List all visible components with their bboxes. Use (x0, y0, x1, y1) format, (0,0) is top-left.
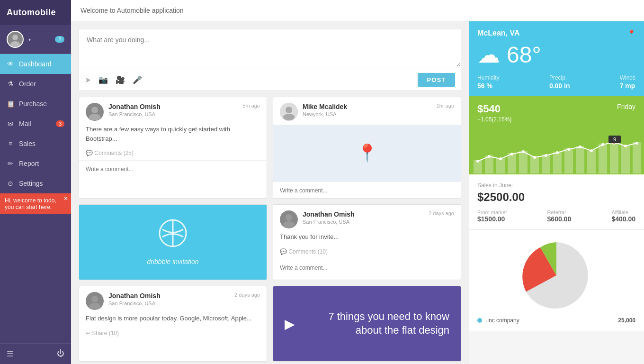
sidebar-item-order[interactable]: ⚗ Order (0, 74, 71, 94)
post-box: ➤ 📷 🎥 🎤 POST (79, 29, 461, 91)
card-body: Flat design is more popular today. Googl… (79, 314, 267, 328)
sidebar-item-sales[interactable]: ≡ Sales (0, 134, 71, 154)
tooltip-close-button[interactable]: ✕ (63, 195, 68, 202)
sales-breakdown: From market $1500.00 Referral $600.00 Af… (477, 209, 635, 223)
legend-dot (477, 318, 482, 323)
svg-point-11 (91, 296, 98, 302)
topbar: Welcome to Automobile application (71, 0, 644, 21)
svg-rect-16 (508, 153, 516, 173)
card-header: Mike Mcalidek Newyork, USA 1hr ago (273, 97, 461, 125)
svg-point-34 (545, 154, 547, 157)
cards-row-1: Jonathan Omish San Francisco, USA 5m ago… (79, 97, 461, 199)
user-row[interactable]: ▾ 2 (0, 25, 71, 54)
card-comments[interactable]: 💬 Comments (10) (273, 246, 461, 259)
svg-rect-17 (519, 151, 528, 173)
video-icon[interactable]: 🎥 (116, 75, 125, 84)
referral-value: $600.00 (547, 215, 572, 223)
svg-point-3 (89, 114, 100, 120)
weather-winds: Winds 7 mp (620, 74, 635, 90)
dribbble-label: dribbble invitation (147, 258, 199, 265)
card-body: Thank you for invite... (273, 232, 461, 246)
referral-label: Referral (547, 209, 572, 215)
card-time: 1hr ago (437, 103, 454, 109)
stock-widget: $540 +1.05(2.15%) Friday (469, 96, 644, 174)
svg-point-38 (590, 149, 593, 152)
right-panel: McLean, VA 📍 ☁ 68° Humidity 56 % Precip.… (469, 21, 644, 364)
svg-point-36 (567, 148, 570, 151)
promo-arrow-icon: ▶ (285, 316, 295, 332)
comment-input[interactable] (86, 166, 260, 173)
user-dropdown-arrow[interactable]: ▾ (28, 37, 31, 42)
svg-point-0 (12, 35, 18, 40)
affiliate-value: $400.00 (611, 215, 635, 223)
card-time: 2 days ago (429, 210, 454, 216)
card-comment-input (273, 182, 461, 198)
svg-point-39 (601, 143, 604, 146)
card-share[interactable]: ↩ Share (10) (79, 328, 267, 341)
card-time: 2 days ago (234, 292, 260, 298)
sidebar-item-report[interactable]: ✏ Report (0, 154, 71, 173)
sidebar-item-mail[interactable]: ✉ Mail 3 (0, 114, 71, 134)
svg-point-5 (286, 107, 292, 113)
main-area: Welcome to Automobile application ➤ 📷 🎥 … (71, 0, 644, 364)
from-market-value: $1500.00 (477, 215, 507, 223)
card-comments[interactable]: 💬 Comments (25) (79, 148, 267, 160)
promo-text: 7 things you need to know about the flat… (303, 310, 449, 337)
stock-chart: 9 (469, 132, 644, 174)
camera-icon[interactable]: 📷 (98, 75, 108, 84)
post-textarea[interactable] (79, 29, 461, 67)
humidity-label: Humidity (477, 74, 500, 81)
affiliate-label: Affiliate (611, 209, 635, 215)
author-location: San Francisco, USA (108, 111, 238, 117)
mail-icon: ✉ (7, 120, 14, 127)
feed-card-jonathan-1: Jonathan Omish San Francisco, USA 5m ago… (79, 97, 267, 199)
map-pin-icon: 📍 (357, 143, 378, 163)
send-icon[interactable]: ➤ (85, 75, 91, 84)
post-button[interactable]: POST (418, 73, 455, 87)
app-title: Automobile (0, 0, 71, 25)
sidebar: Automobile ▾ 2 👁 Dashboard ⚗ Order 📋 Pur… (0, 0, 71, 364)
svg-rect-23 (587, 150, 596, 173)
feed: ➤ 📷 🎥 🎤 POST Jonathan Omish (71, 21, 469, 364)
sidebar-bottom: ☰ ⏻ (0, 343, 71, 364)
eye-icon: 👁 (7, 60, 14, 68)
avatar (280, 210, 298, 228)
svg-point-10 (283, 221, 295, 228)
user-notification-badge: 2 (55, 36, 64, 43)
sidebar-item-label: Sales (19, 140, 36, 147)
svg-point-9 (286, 214, 292, 221)
stock-price: $540 (477, 103, 635, 115)
author-location: San Francisco, USA (303, 219, 424, 225)
dribbble-icon (159, 219, 187, 253)
feed-card-dribbble[interactable]: dribbble invitation (79, 204, 267, 280)
sidebar-item-settings[interactable]: ⊙ Settings (0, 173, 71, 193)
humidity-value: 56 % (477, 82, 500, 90)
legend-label: .inc company (486, 317, 618, 324)
power-icon[interactable]: ⏻ (57, 349, 64, 358)
precip-label: Precip. (549, 74, 570, 81)
feed-card-mike-map: Mike Mcalidek Newyork, USA 1hr ago 📍 (273, 97, 461, 199)
feed-card-jonathan-3: Jonathan Omish San Francisco, USA 2 days… (79, 286, 267, 362)
avatar (86, 292, 104, 310)
feed-card-promo[interactable]: ▶ 7 things you need to know about the fl… (273, 286, 461, 362)
sidebar-item-purchase[interactable]: 📋 Purchase (0, 94, 71, 114)
feed-card-jonathan-2: Jonathan Omish San Francisco, USA 2 days… (273, 204, 461, 280)
menu-icon[interactable]: ☰ (7, 349, 13, 358)
mic-icon[interactable]: 🎤 (133, 75, 142, 84)
weather-humidity: Humidity 56 % (477, 74, 500, 90)
comment-input[interactable] (280, 187, 454, 194)
welcome-tooltip: Hi, welcome to todo, you can start here.… (0, 193, 71, 214)
legend-value: 25,000 (618, 317, 635, 324)
winds-value: 7 mp (620, 82, 635, 90)
welcome-message: Welcome to Automobile application (80, 7, 184, 14)
svg-point-31 (510, 153, 513, 155)
comment-input[interactable] (280, 264, 454, 271)
mail-badge: 3 (56, 120, 64, 127)
precip-value: 0.00 in (549, 82, 570, 90)
winds-label: Winds (620, 74, 635, 81)
settings-icon: ⊙ (7, 180, 14, 187)
svg-rect-19 (542, 155, 550, 173)
sidebar-item-dashboard[interactable]: 👁 Dashboard (0, 54, 71, 74)
sales-referral: Referral $600.00 (547, 209, 572, 223)
svg-rect-22 (576, 146, 584, 173)
